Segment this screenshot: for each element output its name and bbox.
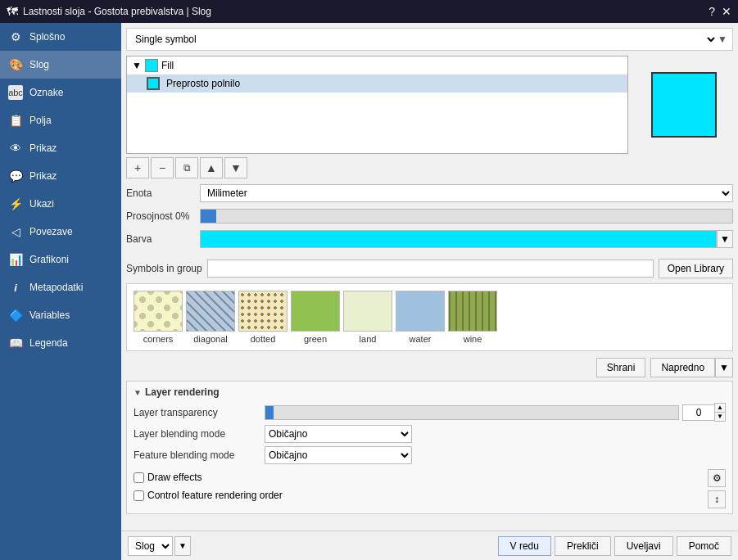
sidebar-item-povezave[interactable]: ◁ Povezave: [0, 218, 121, 246]
lr-control-rendering-checkbox[interactable]: [134, 490, 144, 501]
lr-feature-blending-label: Feature blending mode: [134, 449, 265, 461]
symbol-gallery: corners diagonal dotted green land water: [126, 283, 733, 351]
sidebar-item-grafikoni[interactable]: 📊 Grafikoni: [0, 246, 121, 273]
lr-transparency-value: 0: [682, 404, 715, 421]
symbol-item-water[interactable]: water: [396, 291, 445, 344]
title-bar: 🗺 Lastnosti sloja - Gostota prebivalstva…: [0, 0, 738, 23]
lr-blending-select[interactable]: Običajno Multiply Screen: [265, 425, 412, 443]
shrani-button[interactable]: Shrani: [596, 358, 646, 377]
sidebar-item-variables[interactable]: 🔷 Variables: [0, 301, 121, 329]
lr-feature-blending-select[interactable]: Običajno Multiply Screen: [265, 446, 412, 464]
lr-draw-effects-checkbox[interactable]: [134, 472, 144, 483]
actions-icon: ⚡: [8, 196, 23, 211]
v-redu-button[interactable]: V redu: [498, 536, 551, 556]
links-icon: ◁: [8, 224, 23, 239]
napredno-arrow-button[interactable]: ▼: [715, 358, 733, 377]
tree-item-simple-fill[interactable]: Preprosto polnilo: [127, 75, 627, 93]
sidebar-item-prikaz1[interactable]: 👁 Prikaz: [0, 134, 121, 162]
info-icon: i: [8, 280, 23, 295]
symbol-thumb-corners: [134, 291, 183, 332]
symbol-item-land[interactable]: land: [343, 291, 392, 344]
tree-item-fill[interactable]: ▼ Fill: [127, 56, 627, 75]
preklici-button[interactable]: Prekliči: [555, 536, 611, 556]
enota-row: Enota Milimeter Piksel Točka Inč: [126, 183, 733, 203]
uveljavi-button[interactable]: Uveljavi: [614, 536, 673, 556]
lr-control-rendering-label: Control feature rendering order: [147, 490, 283, 501]
sidebar-label-prikaz1: Prikaz: [29, 142, 57, 154]
lr-blending-label: Layer blending mode: [134, 428, 265, 440]
app-icon: 🗺: [7, 5, 18, 18]
lr-transparency-down[interactable]: ▼: [715, 413, 725, 421]
symbol-preview: [651, 72, 717, 138]
lr-effects-settings-btn[interactable]: ⚙: [708, 469, 726, 487]
slog-select[interactable]: Slog: [128, 536, 173, 556]
symbol-item-corners[interactable]: corners: [134, 291, 183, 344]
napredno-button[interactable]: Napredno: [650, 358, 715, 377]
lr-transparency-row: Layer transparency 0 ▲ ▼: [134, 403, 726, 422]
sidebar-label-grafikoni: Grafikoni: [29, 254, 69, 265]
lr-effects-order-btn[interactable]: ↕: [708, 490, 726, 508]
color-dropdown-btn[interactable]: ▼: [717, 230, 733, 248]
sidebar-item-polja[interactable]: 📋 Polja: [0, 106, 121, 134]
charts-icon: 📊: [8, 252, 23, 267]
help-button[interactable]: ?: [709, 5, 715, 18]
lr-transparency-up[interactable]: ▲: [715, 404, 725, 413]
action-bar: Shrani Napredno ▼: [126, 358, 733, 377]
symbol-toolbar: + − ⧉ ▲ ▼: [126, 157, 733, 178]
symbols-group-bar: Symbols in group Open Library: [126, 259, 733, 278]
move-up-button[interactable]: ▲: [200, 157, 223, 178]
open-library-button[interactable]: Open Library: [659, 259, 733, 278]
close-button[interactable]: ✕: [722, 5, 731, 18]
sidebar-item-metapodatki[interactable]: i Metapodatki: [0, 273, 121, 301]
simple-fill-label: Preprosto polnilo: [166, 78, 240, 89]
sidebar-item-splosno[interactable]: ⚙ Splošno: [0, 23, 121, 51]
remove-layer-button[interactable]: −: [151, 157, 174, 178]
properties-section: Enota Milimeter Piksel Točka Inč Prosojn…: [126, 183, 733, 249]
sidebar-item-slog[interactable]: 🎨 Slog: [0, 51, 121, 79]
barva-label: Barva: [126, 233, 200, 245]
sidebar-label-prikaz2: Prikaz: [29, 170, 57, 182]
prosojnost-fill: [201, 210, 216, 223]
lr-collapse-arrow[interactable]: ▼: [134, 388, 142, 397]
lr-blending-row: Layer blending mode Običajno Multiply Sc…: [134, 425, 726, 443]
symbol-thumb-land: [343, 291, 392, 332]
preview-area: [635, 56, 733, 154]
sidebar-label-oznake: Oznake: [29, 87, 63, 98]
sidebar-label-variables: Variables: [29, 309, 70, 321]
sidebar-item-ukazi[interactable]: ⚡ Ukazi: [0, 190, 121, 218]
symbol-item-dotted[interactable]: dotted: [238, 291, 288, 344]
variables-icon: 🔷: [8, 308, 23, 323]
enota-select[interactable]: Milimeter Piksel Točka Inč: [200, 184, 733, 202]
prosojnost-row: Prosojnost 0%: [126, 206, 733, 226]
prosojnost-slider[interactable]: [200, 209, 733, 224]
sidebar-label-polja: Polja: [29, 115, 52, 126]
duplicate-layer-button[interactable]: ⧉: [175, 157, 198, 178]
legend-icon: 📖: [8, 336, 23, 350]
labels-icon: abc: [8, 85, 23, 100]
lr-control-rendering-row: Control feature rendering order: [134, 490, 283, 501]
symbol-label-wine: wine: [464, 334, 482, 344]
symbol-item-green[interactable]: green: [291, 291, 340, 344]
color-bar[interactable]: [200, 230, 717, 248]
symbol-type-select[interactable]: Single symbol Categorized Graduated Rule…: [132, 33, 718, 46]
lr-feature-blending-row: Feature blending mode Običajno Multiply …: [134, 446, 726, 464]
bottom-bar: Slog ▼ V redu Prekliči Uveljavi Pomoč: [121, 531, 738, 560]
symbol-thumb-wine: [448, 291, 497, 332]
slog-dropdown-btn[interactable]: ▼: [174, 536, 191, 556]
lr-draw-effects-row: Draw effects: [134, 472, 283, 483]
sidebar-item-prikaz2[interactable]: 💬 Prikaz: [0, 162, 121, 190]
symbols-group-label: Symbols in group: [126, 263, 202, 274]
add-layer-button[interactable]: +: [126, 157, 149, 178]
symbol-label-dotted: dotted: [251, 334, 276, 344]
symbol-item-wine[interactable]: wine: [448, 291, 497, 344]
lr-transparency-slider[interactable]: [265, 405, 679, 420]
symbols-group-input[interactable]: [207, 260, 654, 278]
symbol-item-diagonal[interactable]: diagonal: [186, 291, 235, 344]
sidebar-item-legenda[interactable]: 📖 Legenda: [0, 329, 121, 357]
pomoc-button[interactable]: Pomoč: [677, 536, 731, 556]
symbol-thumb-dotted: [238, 291, 288, 332]
move-down-button[interactable]: ▼: [224, 157, 247, 178]
layer-rendering: ▼ Layer rendering Layer transparency 0 ▲…: [126, 381, 733, 514]
sidebar-label-slog: Slog: [29, 59, 49, 70]
sidebar-item-oznake[interactable]: abc Oznake: [0, 79, 121, 106]
